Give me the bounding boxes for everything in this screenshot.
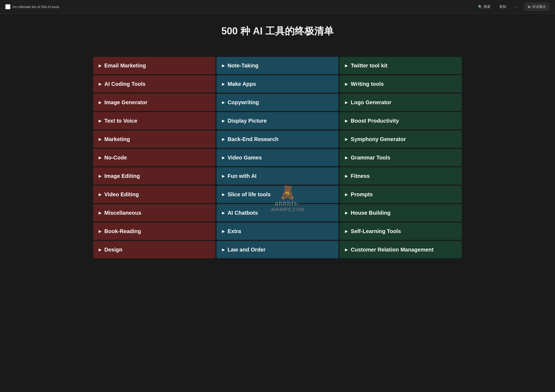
item-label: Extra — [228, 228, 241, 234]
arrow-icon: ▶ — [222, 211, 225, 215]
arrow-icon: ▶ — [99, 119, 102, 123]
middle-item[interactable]: ▶Copywriting — [217, 94, 339, 111]
search-icon: 🔍 — [478, 5, 482, 9]
arrow-icon: ▶ — [222, 137, 225, 141]
search-button[interactable]: 🔍 搜索 — [476, 3, 493, 10]
arrow-icon: ▶ — [222, 119, 225, 123]
item-label: Symphony Generator — [351, 136, 406, 142]
middle-item[interactable]: ▶Make Apps — [217, 75, 339, 93]
right-item[interactable]: ▶Twitter tool kit — [340, 57, 462, 74]
right-item[interactable]: ▶Symphony Generator — [340, 130, 462, 148]
arrow-icon: ▶ — [345, 192, 348, 197]
copy-button[interactable]: 复制 — [497, 3, 508, 10]
item-label: House Building — [351, 210, 391, 216]
right-item[interactable]: ▶Boost Productivity — [340, 112, 462, 129]
item-label: Fitness — [351, 173, 370, 179]
right-item[interactable]: ▶Grammar Tools — [340, 149, 462, 166]
middle-item[interactable]: ▶Video Games — [217, 149, 339, 166]
item-label: Miscellaneous — [104, 210, 141, 216]
item-label: Email Marketing — [104, 63, 146, 69]
item-label: Twitter tool kit — [351, 63, 387, 69]
arrow-icon: ▶ — [222, 229, 225, 233]
left-item[interactable]: ▶AI Coding Tools — [93, 75, 215, 93]
item-label: Writing tools — [351, 81, 384, 87]
arrow-icon: ▶ — [345, 119, 348, 123]
item-label: Image Editing — [104, 173, 140, 179]
item-label: Book-Reading — [104, 228, 141, 234]
arrow-icon: ▶ — [222, 155, 225, 160]
left-item[interactable]: ▶Image Editing — [93, 167, 215, 185]
item-label: Back-End Research — [228, 136, 279, 142]
left-item[interactable]: ▶Video Editing — [93, 186, 215, 203]
item-label: Boost Productivity — [351, 118, 399, 124]
middle-item[interactable]: ▶Slice of life tools — [217, 186, 339, 203]
right-item[interactable]: ▶Self-Learning Tools — [340, 223, 462, 240]
left-item[interactable]: ▶No-Code — [93, 149, 215, 166]
arrow-icon: ▶ — [222, 100, 225, 104]
right-item[interactable]: ▶House Building — [340, 204, 462, 221]
arrow-icon: ▶ — [345, 137, 348, 141]
item-label: Text to Voice — [104, 118, 137, 124]
top-bar-title: An Ultimate list of 500 AI tools — [12, 5, 59, 9]
left-item[interactable]: ▶Text to Voice — [93, 112, 215, 129]
item-label: Logo Generator — [351, 99, 391, 106]
middle-item[interactable]: ▶Extra — [217, 223, 339, 240]
right-item[interactable]: ▶Fitness — [340, 167, 462, 185]
left-item[interactable]: ▶Email Marketing — [93, 57, 215, 74]
item-label: Grammar Tools — [351, 155, 390, 161]
arrow-icon: ▶ — [345, 229, 348, 233]
right-item[interactable]: ▶Customer Relation Management — [340, 241, 462, 258]
item-label: Prompts — [351, 191, 373, 198]
left-item[interactable]: ▶Miscellaneous — [93, 204, 215, 221]
left-item[interactable]: ▶Book-Reading — [93, 223, 215, 240]
arrow-icon: ▶ — [99, 192, 102, 197]
arrow-icon: ▶ — [99, 229, 102, 233]
arrow-icon: ▶ — [345, 247, 348, 252]
try-notion-button[interactable]: N 尝试概念 — [524, 3, 550, 11]
arrow-icon: ▶ — [99, 155, 102, 160]
item-label: Make Apps — [228, 81, 256, 87]
item-label: Slice of life tools — [228, 191, 271, 198]
arrow-icon: ▶ — [222, 192, 225, 197]
top-bar: An Ultimate list of 500 AI tools 🔍 搜索 复制… — [0, 0, 555, 14]
arrow-icon: ▶ — [99, 211, 102, 215]
right-item[interactable]: ▶Logo Generator — [340, 94, 462, 111]
right-item[interactable]: ▶Prompts — [340, 186, 462, 203]
item-label: Fun with AI — [228, 173, 257, 179]
arrow-icon: ▶ — [222, 174, 225, 178]
item-label: Image Generator — [104, 99, 147, 106]
item-label: Display Picture — [228, 118, 267, 124]
arrow-icon: ▶ — [345, 100, 348, 104]
right-item[interactable]: ▶Writing tools — [340, 75, 462, 93]
middle-item[interactable]: ▶Display Picture — [217, 112, 339, 129]
arrow-icon: ▶ — [345, 82, 348, 86]
item-label: Video Editing — [104, 191, 139, 198]
item-label: Note-Taking — [228, 63, 259, 69]
notion-n-icon: N — [528, 5, 530, 9]
item-label: Design — [104, 247, 122, 253]
item-label: Law and Order — [228, 247, 266, 253]
middle-item[interactable]: ▶Note-Taking — [217, 57, 339, 74]
left-item[interactable]: ▶Design — [93, 241, 215, 258]
arrow-icon: ▶ — [222, 247, 225, 252]
arrow-icon: ▶ — [345, 155, 348, 160]
middle-item[interactable]: ▶Fun with AI — [217, 167, 339, 185]
arrow-icon: ▶ — [99, 247, 102, 252]
arrow-icon: ▶ — [345, 174, 348, 178]
middle-item[interactable]: ▶Back-End Research — [217, 130, 339, 148]
left-item[interactable]: ▶Image Generator — [93, 94, 215, 111]
item-label: No-Code — [104, 155, 127, 161]
more-button[interactable]: ··· — [513, 4, 520, 10]
middle-item[interactable]: ▶AI Chatbots — [217, 204, 339, 221]
main-content: 500 种 AI 工具的终极清单 ▶Email Marketing▶Note-T… — [88, 14, 467, 266]
category-grid: ▶Email Marketing▶Note-Taking▶Twitter too… — [93, 57, 462, 258]
arrow-icon: ▶ — [222, 82, 225, 86]
arrow-icon: ▶ — [222, 63, 225, 68]
item-label: Customer Relation Management — [351, 247, 434, 253]
arrow-icon: ▶ — [345, 63, 348, 68]
arrow-icon: ▶ — [99, 82, 102, 86]
item-label: Marketing — [104, 136, 130, 142]
left-item[interactable]: ▶Marketing — [93, 130, 215, 148]
middle-item[interactable]: ▶Law and Order — [217, 241, 339, 258]
item-label: Self-Learning Tools — [351, 228, 401, 234]
